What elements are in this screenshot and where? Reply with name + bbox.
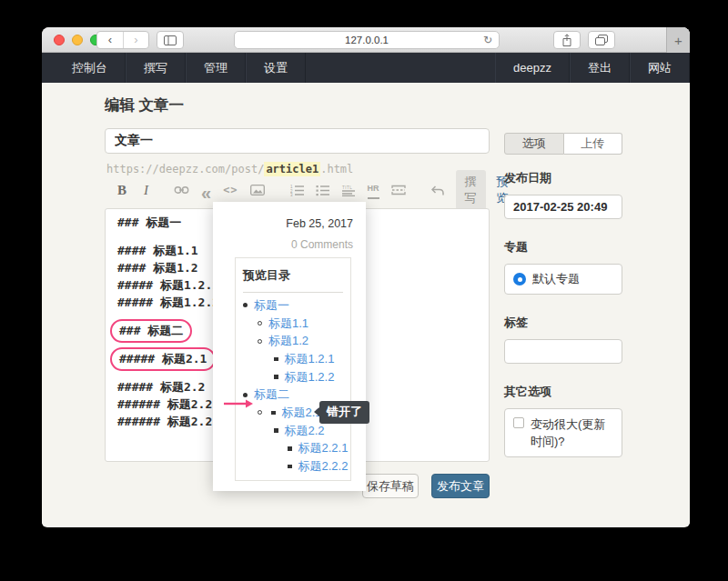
toc-item: 标题2.2.1 xyxy=(243,440,350,458)
nav-item-write[interactable]: 撰写 xyxy=(126,53,186,83)
editor-toolbar: B I « <> 123 TITL xyxy=(105,176,490,204)
unordered-list-button[interactable] xyxy=(316,181,329,199)
error-tooltip: 错开了 xyxy=(319,401,369,424)
quote-button[interactable]: « xyxy=(201,181,211,199)
toc-bullet xyxy=(258,339,262,344)
minimize-window-button[interactable] xyxy=(72,35,83,45)
nav-item-manage[interactable]: 管理 xyxy=(186,53,246,83)
toc-bullet xyxy=(243,393,248,397)
publish-date-label: 发布日期 xyxy=(504,170,622,186)
post-title-input[interactable] xyxy=(105,128,490,154)
post-url-slug: article1 xyxy=(264,162,320,176)
ordered-list-icon: 123 xyxy=(290,185,304,196)
options-sidebar: 选项 上传 发布日期 专题 默认专题 标签 其它选项 变动很大(更新时间)? xyxy=(504,133,622,457)
pink-circle-annotation: ##### 标题2.1 xyxy=(110,347,216,371)
toc-item: 标题1.2.2 xyxy=(243,368,350,386)
toc-link[interactable]: 标题1.2.1 xyxy=(285,351,335,367)
link-button[interactable] xyxy=(174,181,189,199)
toc-link[interactable]: 标题1.1 xyxy=(268,316,308,332)
editor-line-text: #### 标题1.2 xyxy=(117,261,198,275)
toc-link[interactable]: 标题2.2 xyxy=(285,423,325,439)
toc-link[interactable]: 标题2.2.1 xyxy=(298,440,349,456)
svg-text:TITL: TITL xyxy=(342,185,352,189)
toc-link[interactable]: 标题2.2.2 xyxy=(298,458,349,475)
back-button[interactable]: ‹ xyxy=(97,32,123,48)
tags-input[interactable] xyxy=(504,339,622,364)
share-icon xyxy=(561,34,572,46)
annotation-arrow xyxy=(223,398,254,409)
nav-item-username[interactable]: deepzz xyxy=(495,53,570,83)
page-content: 编辑 文章一 https://deepzz.com/post/article1.… xyxy=(42,83,690,526)
undo-button[interactable] xyxy=(431,181,444,199)
tab-options[interactable]: 选项 xyxy=(504,133,564,155)
editor-line-text: ###### 标题2.2.2 xyxy=(117,415,227,428)
history-nav-buttons: ‹ › xyxy=(96,31,149,49)
toc-link[interactable]: 标题二 xyxy=(254,386,289,403)
bold-button[interactable]: B xyxy=(117,181,126,199)
save-draft-button[interactable]: 保存草稿 xyxy=(362,474,419,498)
address-url: 127.0.0.1 xyxy=(345,35,389,45)
toc-item: 标题1.2 xyxy=(243,332,350,350)
toc-link[interactable]: 标题1.2.2 xyxy=(285,369,335,386)
toc-bullet xyxy=(258,321,262,326)
image-button[interactable] xyxy=(250,181,265,199)
code-button[interactable]: <> xyxy=(223,181,238,199)
toc-item: 标题2.2.2 xyxy=(243,457,350,476)
major-change-label: 变动很大(更新时间)? xyxy=(531,416,613,450)
page-break-button[interactable] xyxy=(391,181,406,199)
post-url-prefix: https://deepzz.com/post/ xyxy=(106,163,264,175)
topic-option-label: 默认专题 xyxy=(532,271,580,287)
image-icon xyxy=(250,185,265,195)
write-mode-button[interactable]: 撰写 xyxy=(456,170,486,210)
toc-item: 标题1.1 xyxy=(243,315,350,333)
nav-item-logout[interactable]: 登出 xyxy=(570,53,630,83)
major-change-checkbox[interactable] xyxy=(513,417,524,428)
toc-link[interactable]: 标题一 xyxy=(254,297,289,314)
toc-item: 标题1.2.1 xyxy=(243,350,350,368)
toc-title: 预览目录 xyxy=(243,267,350,284)
post-date: Feb 25, 2017 xyxy=(213,217,353,230)
address-bar[interactable]: 127.0.0.1 ↻ xyxy=(234,31,500,49)
ordered-list-button[interactable]: 123 xyxy=(290,181,304,199)
horizontal-rule-button[interactable]: HR xyxy=(368,181,379,199)
toc-bullet xyxy=(274,375,278,379)
toc-box: 预览目录 标题一标题1.1标题1.2标题1.2.1标题1.2.2标题二标题2.1… xyxy=(235,257,351,481)
toc-bullet xyxy=(288,465,292,469)
editor-line-text: #### 标题1.1 xyxy=(117,244,198,257)
browser-window: ‹ › 127.0.0.1 ↻ + 控制台 撰写 管理 设置 xyxy=(42,27,690,527)
new-tab-button[interactable]: + xyxy=(666,27,690,53)
sidebar-tabs: 选项 上传 xyxy=(504,133,622,155)
preview-popup: Feb 25, 2017 0 Comments 预览目录 标题一标题1.1标题1… xyxy=(213,202,366,491)
tags-label: 标签 xyxy=(504,315,622,331)
editor-line-text: ##### 标题1.2.1 xyxy=(117,278,219,292)
nav-item-website[interactable]: 网站 xyxy=(630,53,690,83)
topic-radio-checked[interactable] xyxy=(513,273,526,285)
toc-item: 标题2.1错开了 xyxy=(243,404,350,422)
other-options-card: 变动很大(更新时间)? xyxy=(504,408,622,457)
sidebar-toggle-button[interactable] xyxy=(157,31,184,49)
browser-titlebar: ‹ › 127.0.0.1 ↻ + xyxy=(42,27,690,53)
link-icon xyxy=(174,185,189,195)
publish-button[interactable]: 发布文章 xyxy=(431,474,490,498)
page-break-icon xyxy=(391,185,406,195)
reload-icon[interactable]: ↻ xyxy=(483,34,492,46)
toc-link[interactable]: 标题1.2 xyxy=(268,333,308,349)
tab-upload[interactable]: 上传 xyxy=(564,133,623,155)
italic-button[interactable]: I xyxy=(144,181,148,199)
forward-button[interactable]: › xyxy=(123,32,148,48)
toc-bullet xyxy=(288,446,292,451)
nav-item-settings[interactable]: 设置 xyxy=(246,53,306,83)
publish-date-input[interactable] xyxy=(504,195,622,219)
editor-line-text: ###### 标题2.2.1 xyxy=(117,397,227,411)
app-navbar: 控制台 撰写 管理 设置 deepzz 登出 网站 xyxy=(42,53,690,83)
toc-list: 标题一标题1.1标题1.2标题1.2.1标题1.2.2标题二标题2.1错开了标题… xyxy=(243,296,350,476)
nav-item-console[interactable]: 控制台 xyxy=(55,53,126,83)
heading-button[interactable]: TITL xyxy=(341,181,356,199)
close-window-button[interactable] xyxy=(54,35,65,45)
sidebar-icon xyxy=(164,35,177,45)
svg-text:3: 3 xyxy=(290,193,293,196)
pink-circle-annotation: ### 标题二 xyxy=(110,319,192,343)
tab-overview-button[interactable] xyxy=(588,31,615,49)
share-button[interactable] xyxy=(553,31,581,49)
post-url-suffix: .html xyxy=(320,163,353,175)
